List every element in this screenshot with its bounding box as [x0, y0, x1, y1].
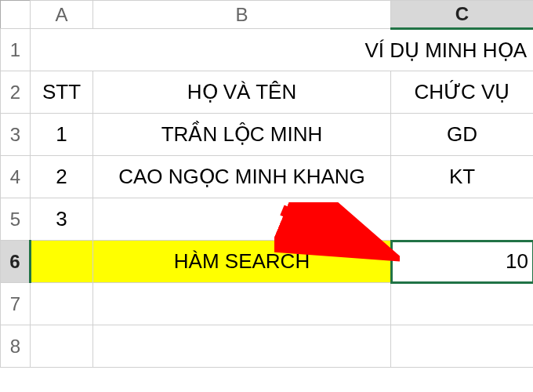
- spreadsheet: A B C 1 VÍ DỤ MINH HỌA 2 STT HỌ VÀ TÊN C…: [0, 0, 533, 392]
- cell-A5[interactable]: 3: [31, 198, 93, 241]
- cell-C3[interactable]: GD: [391, 114, 534, 156]
- row-header-1[interactable]: 1: [1, 29, 31, 71]
- row-2: 2 STT HỌ VÀ TÊN CHỨC VỤ: [1, 71, 534, 114]
- cell-A7[interactable]: [31, 283, 93, 325]
- row-header-5[interactable]: 5: [1, 198, 31, 241]
- row-8: 8: [1, 325, 534, 368]
- row-6: 6 HÀM SEARCH 10: [1, 241, 534, 283]
- row-4: 4 2 CAO NGỌC MINH KHANG KT: [1, 156, 534, 198]
- row-1: 1 VÍ DỤ MINH HỌA: [1, 29, 534, 71]
- cell-C4[interactable]: KT: [391, 156, 534, 198]
- row-header-4[interactable]: 4: [1, 156, 31, 198]
- row-header-8[interactable]: 8: [1, 325, 31, 368]
- cell-A2[interactable]: STT: [31, 71, 93, 114]
- row-3: 3 1 TRẦN LỘC MINH GD: [1, 114, 534, 156]
- cell-C7[interactable]: [391, 283, 534, 325]
- row-header-3[interactable]: 3: [1, 114, 31, 156]
- cell-C5[interactable]: [391, 198, 534, 241]
- cell-B6[interactable]: HÀM SEARCH: [93, 241, 391, 283]
- cell-B5[interactable]: [93, 198, 391, 241]
- cell-B7[interactable]: [93, 283, 391, 325]
- cell-title[interactable]: VÍ DỤ MINH HỌA: [31, 29, 534, 71]
- cell-B3[interactable]: TRẦN LỘC MINH: [93, 114, 391, 156]
- row-7: 7: [1, 283, 534, 325]
- col-header-B[interactable]: B: [93, 1, 391, 29]
- row-header-2[interactable]: 2: [1, 71, 31, 114]
- cell-A8[interactable]: [31, 325, 93, 368]
- cell-A4[interactable]: 2: [31, 156, 93, 198]
- cell-A3[interactable]: 1: [31, 114, 93, 156]
- column-header-row: A B C: [1, 1, 534, 29]
- cell-C6[interactable]: 10: [391, 241, 534, 283]
- cell-B2[interactable]: HỌ VÀ TÊN: [93, 71, 391, 114]
- row-5: 5 3: [1, 198, 534, 241]
- select-all-corner[interactable]: [1, 1, 31, 29]
- row-header-7[interactable]: 7: [1, 283, 31, 325]
- cell-C2[interactable]: CHỨC VỤ: [391, 71, 534, 114]
- cell-B8[interactable]: [93, 325, 391, 368]
- cell-A6[interactable]: [31, 241, 93, 283]
- cell-B4[interactable]: CAO NGỌC MINH KHANG: [93, 156, 391, 198]
- col-header-C[interactable]: C: [391, 1, 534, 29]
- col-header-A[interactable]: A: [31, 1, 93, 29]
- grid[interactable]: A B C 1 VÍ DỤ MINH HỌA 2 STT HỌ VÀ TÊN C…: [0, 0, 533, 368]
- row-header-6[interactable]: 6: [1, 241, 31, 283]
- cell-C8[interactable]: [391, 325, 534, 368]
